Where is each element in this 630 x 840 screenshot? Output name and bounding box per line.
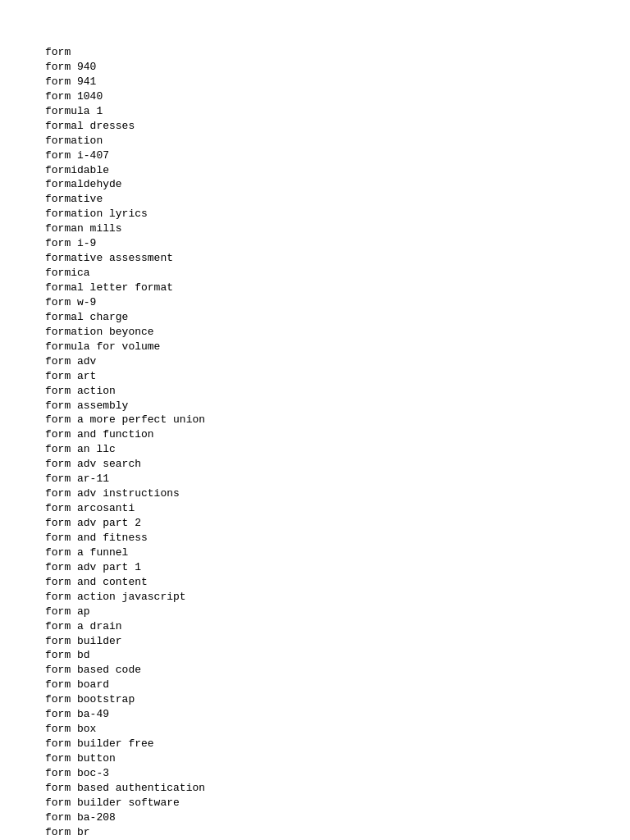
list-item[interactable]: form action (45, 384, 630, 399)
list-item[interactable]: form builder software (45, 796, 630, 810)
list-item[interactable]: formation (45, 134, 630, 148)
search-term-link[interactable]: form bd (45, 649, 90, 661)
list-item[interactable]: form based authentication (45, 781, 630, 796)
list-item[interactable]: form builder free (45, 737, 630, 751)
search-term-link[interactable]: form arcosanti (45, 502, 135, 514)
list-item[interactable]: form builder (45, 634, 630, 649)
search-term-link[interactable]: form builder (45, 635, 122, 647)
list-item[interactable]: form and function (45, 427, 630, 442)
list-item[interactable]: form w-9 (45, 295, 630, 310)
search-term-link[interactable]: form action javascript (45, 591, 186, 603)
list-item[interactable]: form assembly (45, 399, 630, 413)
search-term-link[interactable]: form i-9 (45, 237, 96, 249)
search-term-link[interactable]: form button (45, 752, 116, 765)
list-item[interactable]: formative assessment (45, 251, 630, 266)
search-term-link[interactable]: form ar-11 (45, 472, 109, 485)
list-item[interactable]: form adv part 1 (45, 560, 630, 575)
list-item[interactable]: form arcosanti (45, 501, 630, 516)
search-term-link[interactable]: form adv part 2 (45, 517, 141, 529)
search-term-link[interactable]: form a drain (45, 620, 122, 632)
list-item[interactable]: form boc-3 (45, 766, 630, 781)
search-term-link[interactable]: form based authentication (45, 782, 205, 794)
list-item[interactable]: form ap (45, 605, 630, 619)
list-item[interactable]: form adv part 2 (45, 516, 630, 531)
search-term-link[interactable]: form adv (45, 355, 96, 368)
list-item[interactable]: formula 1 (45, 104, 630, 119)
list-item[interactable]: form ar-11 (45, 472, 630, 486)
search-term-link[interactable]: form 1040 (45, 90, 103, 103)
search-term-link[interactable]: form action (45, 385, 116, 397)
search-term-link[interactable]: form board (45, 678, 109, 691)
search-term-link[interactable]: formation (45, 135, 103, 147)
search-term-link[interactable]: form ba-49 (45, 708, 109, 720)
list-item[interactable]: form adv search (45, 457, 630, 472)
search-term-link[interactable]: formative (45, 193, 103, 205)
list-item[interactable]: form art (45, 369, 630, 384)
search-term-link[interactable]: form art (45, 370, 96, 382)
list-item[interactable]: formative (45, 192, 630, 207)
search-term-link[interactable]: form 941 (45, 75, 96, 88)
list-item[interactable]: form bootstrap (45, 692, 630, 707)
list-item[interactable]: form bd (45, 648, 630, 663)
search-term-link[interactable]: formation lyrics (45, 208, 148, 220)
list-item[interactable]: form i-9 (45, 236, 630, 251)
list-item[interactable]: formica (45, 266, 630, 281)
search-term-link[interactable]: form based code (45, 664, 141, 676)
search-term-link[interactable]: form bootstrap (45, 693, 135, 705)
list-item[interactable]: form br (45, 825, 630, 840)
search-term-link[interactable]: form ap (45, 605, 90, 618)
search-term-link[interactable]: form i-407 (45, 149, 109, 162)
search-term-link[interactable]: formica (45, 267, 90, 279)
search-term-link[interactable]: form and fitness (45, 532, 148, 544)
search-term-link[interactable]: formal dresses (45, 120, 135, 132)
list-item[interactable]: form a drain (45, 619, 630, 634)
list-item[interactable]: form 940 (45, 60, 630, 75)
list-item[interactable]: formation beyonce (45, 325, 630, 340)
search-term-link[interactable]: form builder free (45, 737, 154, 750)
list-item[interactable]: form ba-49 (45, 707, 630, 722)
list-item[interactable]: form 1040 (45, 89, 630, 104)
search-term-link[interactable]: formation beyonce (45, 326, 154, 338)
search-term-link[interactable]: formal letter format (45, 281, 173, 294)
list-item[interactable]: formula for volume (45, 340, 630, 354)
list-item[interactable]: formal charge (45, 310, 630, 325)
search-term-link[interactable]: form boc-3 (45, 767, 109, 779)
list-item[interactable]: formal letter format (45, 281, 630, 295)
list-item[interactable]: formation lyrics (45, 207, 630, 221)
search-term-link[interactable]: form adv instructions (45, 487, 180, 500)
list-item[interactable]: formaldehyde (45, 177, 630, 192)
search-term-link[interactable]: form 940 (45, 61, 96, 73)
list-item[interactable]: form (45, 45, 630, 60)
list-item[interactable]: forman mills (45, 221, 630, 236)
list-item[interactable]: form and content (45, 575, 630, 590)
search-term-link[interactable]: form a funnel (45, 546, 128, 559)
search-term-link[interactable]: form br (45, 826, 90, 838)
search-term-link[interactable]: form adv search (45, 458, 141, 470)
list-item[interactable]: form based code (45, 663, 630, 678)
list-item[interactable]: form box (45, 722, 630, 737)
list-item[interactable]: form and fitness (45, 531, 630, 546)
list-item[interactable]: form an llc (45, 442, 630, 457)
list-item[interactable]: formidable (45, 163, 630, 178)
search-term-link[interactable]: formaldehyde (45, 178, 122, 190)
list-item[interactable]: form ba-208 (45, 810, 630, 825)
list-item[interactable]: formal dresses (45, 119, 630, 134)
search-term-link[interactable]: form a more perfect union (45, 413, 205, 426)
list-item[interactable]: form 941 (45, 75, 630, 89)
list-item[interactable]: form button (45, 751, 630, 766)
search-term-link[interactable]: form ba-208 (45, 811, 116, 824)
list-item[interactable]: form i-407 (45, 148, 630, 163)
search-term-link[interactable]: form builder software (45, 797, 180, 809)
search-term-link[interactable]: formidable (45, 164, 109, 176)
search-term-link[interactable]: formal charge (45, 311, 128, 323)
list-item[interactable]: form a more perfect union (45, 413, 630, 427)
search-term-link[interactable]: form box (45, 723, 96, 735)
search-term-link[interactable]: forman mills (45, 222, 122, 235)
search-term-link[interactable]: formula 1 (45, 105, 103, 117)
search-term-link[interactable]: formative assessment (45, 252, 173, 264)
search-term-link[interactable]: form w-9 (45, 296, 96, 308)
list-item[interactable]: form action javascript (45, 590, 630, 605)
search-term-link[interactable]: form and function (45, 428, 154, 441)
list-item[interactable]: form adv (45, 354, 630, 369)
list-item[interactable]: form board (45, 678, 630, 692)
